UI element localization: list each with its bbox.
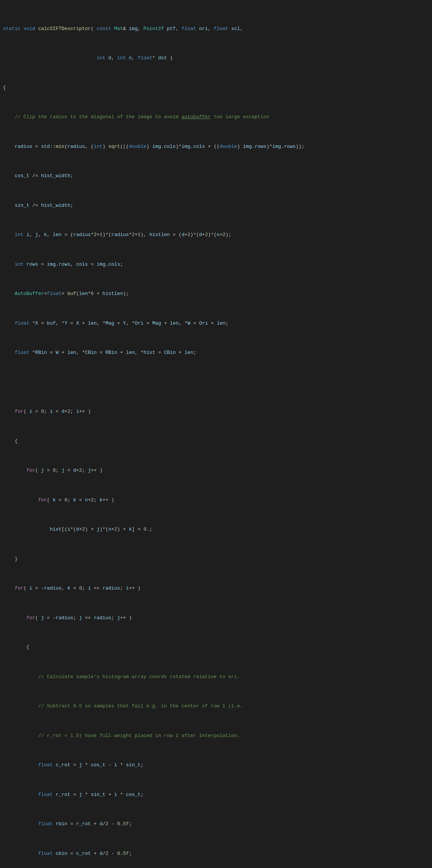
line-7: sin_t /= hist_width; — [0, 202, 432, 209]
line-25: float c_rot = j * cos_t - i * sin_t; — [0, 761, 432, 769]
line-content-27: float rbin = r_rot + d/2 - 0.5f; — [0, 820, 432, 828]
line-content-24: // r_rot = 1.5) have full weight placed … — [0, 732, 432, 740]
line-content-28: float cbin = c_rot + d/2 - 0.5f; — [0, 850, 432, 857]
line-13: for( i = 0; i < d+2; i++ ) — [0, 408, 432, 415]
line-22: // Calculate sample's histogram array co… — [0, 673, 432, 681]
line-content-8: int i, j, k, len = (radius*2+1)*(radius*… — [0, 231, 432, 239]
line-content-18: } — [0, 555, 432, 563]
line-content-26: float r_rot = j * sin_t + i * cos_t; — [0, 791, 432, 799]
line-content-3: { — [0, 84, 432, 92]
line-21: { — [0, 644, 432, 651]
line-5: radius = std::min(radius, (int) sqrt(((d… — [0, 143, 432, 150]
line-16: for( k = 0; k < n+2; k++ ) — [0, 496, 432, 504]
line-6: cos_t /= hist_width; — [0, 172, 432, 180]
line-15: for( j = 0; j < d+2; j++ ) — [0, 467, 432, 474]
line-18: } — [0, 555, 432, 563]
line-content-22: // Calculate sample's histogram array co… — [0, 673, 432, 681]
line-content-7: sin_t /= hist_width; — [0, 202, 432, 209]
line-content-12: float *RBin = W + len, *CBin = RBin + le… — [0, 349, 432, 357]
line-content-5: radius = std::min(radius, (int) sqrt(((d… — [0, 143, 432, 150]
line-26: float r_rot = j * sin_t + i * cos_t; — [0, 791, 432, 799]
line-content-2: int d, int n, float* dst ) — [0, 54, 432, 62]
line-content-16: for( k = 0; k < n+2; k++ ) — [0, 496, 432, 504]
line-content-1: static void calcSIFTDescriptor( const Ma… — [0, 25, 432, 33]
line-20: for( j = -radius; j <= radius; j++ ) — [0, 614, 432, 622]
line-content-25: float c_rot = j * cos_t - i * sin_t; — [0, 761, 432, 769]
code-content: static void calcSIFTDescriptor( const Ma… — [0, 0, 432, 868]
line-11: float *X = buf, *Y = X + len, *Mag = Y, … — [0, 320, 432, 327]
line-content-11: float *X = buf, *Y = X + len, *Mag = Y, … — [0, 320, 432, 327]
line-12: float *RBin = W + len, *CBin = RBin + le… — [0, 349, 432, 357]
line-content-10: AutoBuffer<float> buf(len*6 + histlen); — [0, 290, 432, 298]
line-content-20: for( j = -radius; j <= radius; j++ ) — [0, 614, 432, 622]
line-blank-1 — [0, 379, 432, 386]
code-editor: static void calcSIFTDescriptor( const Ma… — [0, 0, 432, 868]
line-content-19: for( i = -radius, k = 0; i <= radius; i+… — [0, 585, 432, 592]
line-content-21: { — [0, 644, 432, 651]
line-8: int i, j, k, len = (radius*2+1)*(radius*… — [0, 231, 432, 239]
line-24: // r_rot = 1.5) have full weight placed … — [0, 732, 432, 740]
line-9: int rows = img.rows, cols = img.cols; — [0, 261, 432, 268]
line-content-13: for( i = 0; i < d+2; i++ ) — [0, 408, 432, 415]
line-content-6: cos_t /= hist_width; — [0, 172, 432, 180]
line-content-15: for( j = 0; j < d+2; j++ ) — [0, 467, 432, 474]
line-content-9: int rows = img.rows, cols = img.cols; — [0, 261, 432, 268]
line-1: static void calcSIFTDescriptor( const Ma… — [0, 25, 432, 33]
line-27: float rbin = r_rot + d/2 - 0.5f; — [0, 820, 432, 828]
line-23: // Subtract 0.5 so samples that fall e.g… — [0, 703, 432, 710]
line-content-4: // Clip the radius to the diagonal of th… — [0, 113, 432, 121]
line-19: for( i = -radius, k = 0; i <= radius; i+… — [0, 585, 432, 592]
line-3: { — [0, 84, 432, 92]
line-content-14: { — [0, 438, 432, 445]
line-content-17: hist[(i*(d+2) + j)*(n+2) + k] = 0.; — [0, 526, 432, 533]
line-content-23: // Subtract 0.5 so samples that fall e.g… — [0, 703, 432, 710]
line-4: // Clip the radius to the diagonal of th… — [0, 113, 432, 121]
line-14: { — [0, 438, 432, 445]
line-28: float cbin = c_rot + d/2 - 0.5f; — [0, 850, 432, 857]
line-10: AutoBuffer<float> buf(len*6 + histlen); — [0, 290, 432, 298]
line-17: hist[(i*(d+2) + j)*(n+2) + k] = 0.; — [0, 526, 432, 533]
line-2: int d, int n, float* dst ) — [0, 54, 432, 62]
